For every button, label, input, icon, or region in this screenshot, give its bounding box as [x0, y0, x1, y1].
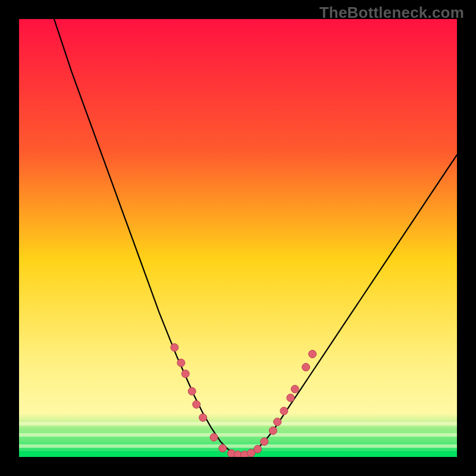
svg-point-22 [269, 427, 277, 434]
svg-point-13 [199, 414, 207, 421]
svg-point-27 [302, 364, 310, 371]
svg-point-24 [280, 407, 288, 415]
svg-point-8 [171, 344, 178, 352]
svg-point-20 [254, 445, 262, 453]
svg-rect-4 [19, 439, 457, 442]
svg-rect-2 [19, 428, 457, 431]
chart-frame: TheBottleneck.com [0, 0, 476, 476]
bottleneck-chart [19, 19, 457, 457]
svg-rect-1 [19, 422, 457, 425]
svg-point-26 [291, 385, 299, 393]
svg-point-21 [261, 438, 268, 446]
plot-area [19, 19, 457, 457]
svg-rect-3 [19, 433, 457, 437]
svg-point-25 [287, 394, 295, 402]
svg-point-28 [309, 350, 317, 358]
svg-point-15 [219, 444, 227, 452]
svg-point-11 [188, 387, 196, 395]
svg-rect-5 [19, 444, 457, 448]
svg-rect-0 [19, 19, 457, 457]
svg-point-14 [210, 433, 218, 441]
svg-point-23 [274, 418, 281, 426]
svg-point-9 [177, 359, 185, 367]
svg-point-10 [181, 370, 189, 378]
svg-point-12 [193, 400, 201, 408]
